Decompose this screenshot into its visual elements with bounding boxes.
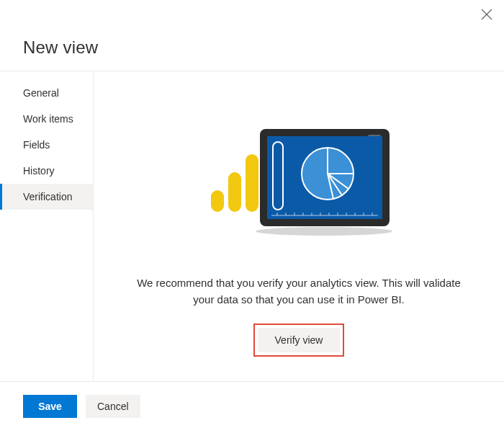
close-button[interactable] — [480, 7, 494, 22]
sidebar-item-label: Verification — [23, 191, 72, 202]
verify-button-highlight: Verify view — [253, 324, 345, 357]
sidebar-item-verification[interactable]: Verification — [0, 184, 93, 210]
sidebar-item-label: History — [23, 165, 55, 177]
sidebar-nav: General Work items Fields History Verifi… — [0, 71, 94, 381]
sidebar-item-label: Fields — [23, 139, 50, 151]
verify-view-button[interactable]: Verify view — [258, 328, 341, 352]
sidebar-item-history[interactable]: History — [0, 158, 93, 184]
new-view-dialog: New view General Work items Fields Histo… — [0, 0, 504, 446]
svg-point-5 — [256, 227, 392, 236]
svg-rect-4 — [246, 154, 258, 212]
close-icon — [481, 9, 492, 20]
dialog-header: New view — [0, 0, 504, 71]
main-content: We recommend that you verify your analyt… — [94, 71, 504, 381]
verification-illustration — [205, 122, 392, 246]
cancel-button[interactable]: Cancel — [86, 395, 140, 418]
verification-description: We recommend that you verify your analyt… — [137, 275, 461, 308]
dialog-footer: Save Cancel — [0, 381, 504, 418]
svg-rect-2 — [211, 190, 224, 212]
dialog-title: New view — [23, 37, 481, 58]
sidebar-item-label: General — [23, 87, 59, 99]
svg-rect-3 — [228, 172, 241, 212]
dialog-body: General Work items Fields History Verifi… — [0, 71, 504, 381]
sidebar-item-general[interactable]: General — [0, 80, 93, 106]
sidebar-item-label: Work items — [23, 113, 73, 125]
save-button[interactable]: Save — [23, 395, 77, 418]
sidebar-item-work-items[interactable]: Work items — [0, 106, 93, 132]
sidebar-item-fields[interactable]: Fields — [0, 132, 93, 158]
